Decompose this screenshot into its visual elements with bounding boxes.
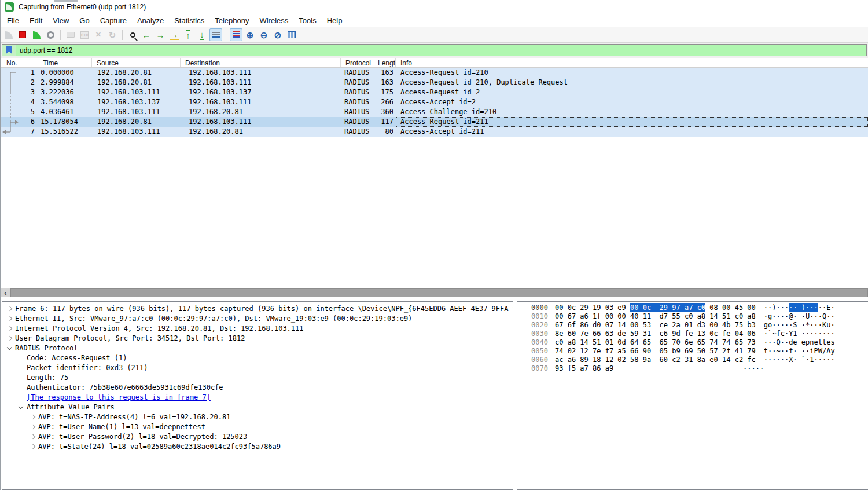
packet-list-header: No. Time Source Destination Protocol Len… (1, 58, 868, 68)
go-forward-icon[interactable]: → (154, 28, 167, 41)
column-header-destination[interactable]: Destination (181, 58, 341, 67)
hex-row[interactable]: 0040c0 a8 14 51 01 0d 64 65 65 70 6e 65 … (531, 338, 868, 347)
selected-ascii: ·· )··· (789, 303, 818, 312)
packet-details-pane: Frame 6: 117 bytes on wire (936 bits), 1… (2, 301, 513, 490)
scroll-left-button[interactable]: ‹ (1, 288, 10, 297)
wireshark-window: Capturing from Ethernet0 (udp port 1812)… (0, 0, 868, 490)
menu-tools[interactable]: Tools (293, 14, 321, 27)
menu-help[interactable]: Help (322, 14, 348, 27)
screen-edge-artifact (54, 0, 78, 2)
resize-columns-icon[interactable] (285, 28, 298, 41)
hex-row[interactable]: 0060ac a6 89 18 12 02 58 9a 60 c2 31 8a … (531, 356, 868, 364)
hscrollbar-thumb[interactable] (10, 288, 868, 297)
capture-options-icon[interactable] (44, 28, 57, 41)
menu-statistics[interactable]: Statistics (169, 14, 209, 27)
toolbar-separator (60, 30, 61, 40)
menu-go[interactable]: Go (74, 14, 94, 27)
packet-row[interactable]: 3 3.222036 192.168.103.111 192.168.103.1… (1, 87, 868, 97)
column-header-source[interactable]: Source (92, 58, 181, 67)
find-packet-icon[interactable] (126, 28, 139, 41)
column-header-protocol[interactable]: Protocol (341, 58, 373, 67)
column-header-length[interactable]: Length (373, 58, 396, 67)
detail-radius[interactable]: RADIUS Protocol (2, 343, 513, 353)
detail-avp-group[interactable]: Attribute Value Pairs (2, 402, 513, 412)
packet-row[interactable]: 2 2.999884 192.168.20.81 192.168.103.111… (1, 78, 868, 87)
packet-row[interactable]: 1 0.000000 192.168.20.81 192.168.103.111… (1, 68, 868, 78)
toolbar-separator (226, 30, 226, 40)
selected-bytes: 00 0c 29 97 a7 c0 (630, 303, 705, 312)
menu-wireless[interactable]: Wireless (254, 14, 293, 27)
menu-bar: File Edit View Go Capture Analyze Statis… (1, 14, 868, 27)
collapse-chevron-icon[interactable] (6, 345, 15, 352)
detail-radius-id[interactable]: Packet identifier: 0xd3 (211) (2, 363, 513, 372)
menu-capture[interactable]: Capture (95, 14, 132, 27)
toolbar-separator (122, 30, 123, 40)
menu-view[interactable]: View (47, 14, 74, 27)
packet-row[interactable]: 7 15.516522 192.168.103.111 192.168.20.8… (1, 127, 868, 137)
hex-row[interactable]: 00308e 60 7e 66 63 de 59 31 c6 9d fe 13 … (531, 330, 868, 338)
restart-capture-icon[interactable] (30, 28, 43, 41)
filter-bookmark-button[interactable] (2, 45, 16, 56)
stop-capture-icon[interactable] (16, 28, 29, 41)
display-filter-input[interactable] (16, 45, 866, 56)
hex-row[interactable]: 001000 67 a6 1f 00 00 40 11 d7 55 c0 a8 … (531, 312, 868, 321)
collapse-chevron-icon[interactable] (17, 404, 27, 411)
packet-list-hscrollbar: ‹ (1, 288, 868, 297)
detail-response-link[interactable]: [The response to this request is in fram… (2, 392, 513, 402)
packet-row[interactable]: 5 4.036461 192.168.103.111 192.168.20.81… (1, 107, 868, 117)
display-filter-bar (2, 44, 867, 56)
start-capture-icon[interactable] (2, 28, 15, 41)
title-bar: Capturing from Ethernet0 (udp port 1812) (1, 0, 868, 14)
hex-row[interactable]: 007093 f5 a7 86 a9····· (531, 364, 868, 373)
zoom-reset-icon[interactable]: ⊘ (271, 28, 284, 41)
go-last-icon[interactable]: ↓ (196, 28, 208, 41)
auto-scroll-icon[interactable] (209, 28, 222, 41)
main-toolbar: 010 × ↻ ← → → ↑ ↓ ⊕ ⊖ ⊘ (1, 27, 868, 43)
packet-row-selected[interactable]: 6 15.178054 192.168.20.81 192.168.103.11… (1, 117, 868, 127)
detail-radius-length[interactable]: Length: 75 (2, 372, 513, 382)
zoom-in-icon[interactable]: ⊕ (244, 28, 256, 41)
packet-bytes-pane: 000000 0c 29 19 03 e9 00 0c 29 97 a7 c0 … (517, 301, 868, 490)
menu-edit[interactable]: Edit (24, 14, 47, 27)
go-back-icon[interactable]: ← (140, 28, 153, 41)
go-to-packet-icon[interactable]: → (168, 28, 181, 41)
detail-avp-user-name[interactable]: AVP: t=User-Name(1) l=13 val=deepnettest (2, 422, 513, 432)
detail-avp-user-password[interactable]: AVP: t=User-Password(2) l=18 val=Decrypt… (2, 432, 513, 441)
detail-ip[interactable]: Internet Protocol Version 4, Src: 192.16… (2, 323, 513, 333)
detail-radius-code[interactable]: Code: Access-Request (1) (2, 353, 513, 363)
save-file-icon[interactable]: 010 (78, 28, 91, 41)
expand-chevron-icon[interactable] (6, 325, 15, 332)
detail-radius-authenticator[interactable]: Authenticator: 75b38e607e6663de5931c69df… (2, 382, 513, 392)
detail-ethernet[interactable]: Ethernet II, Src: VMware_97:a7:c0 (00:0c… (2, 313, 513, 323)
hex-row[interactable]: 002067 6f 86 d0 07 14 00 53 ce 2a 01 d3 … (531, 321, 868, 330)
detail-frame[interactable]: Frame 6: 117 bytes on wire (936 bits), 1… (2, 303, 513, 313)
expand-chevron-icon[interactable] (6, 305, 15, 312)
colorize-icon[interactable] (230, 28, 242, 41)
detail-avp-state[interactable]: AVP: t=State(24) l=18 val=02589a60c2318a… (2, 441, 513, 451)
expand-chevron-icon[interactable] (29, 433, 38, 440)
menu-analyze[interactable]: Analyze (132, 14, 169, 27)
expand-chevron-icon[interactable] (29, 443, 38, 450)
expand-chevron-icon[interactable] (29, 423, 38, 430)
go-first-icon[interactable]: ↑ (182, 28, 194, 41)
menu-telephony[interactable]: Telephony (209, 14, 254, 27)
detail-avp-nas-ip[interactable]: AVP: t=NAS-IP-Address(4) l=6 val=192.168… (2, 412, 513, 422)
menu-file[interactable]: File (2, 14, 24, 27)
detail-udp[interactable]: User Datagram Protocol, Src Port: 34512,… (2, 333, 513, 343)
hex-row[interactable]: 005074 02 12 7e f7 a5 66 90 05 b9 69 50 … (531, 347, 868, 356)
zoom-out-icon[interactable]: ⊖ (258, 28, 270, 41)
packet-list: 1 0.000000 192.168.20.81 192.168.103.111… (1, 68, 868, 288)
reload-file-icon[interactable]: ↻ (106, 28, 119, 41)
open-file-icon[interactable] (64, 28, 77, 41)
hex-row[interactable]: 000000 0c 29 19 03 e9 00 0c 29 97 a7 c0 … (531, 303, 868, 312)
expand-chevron-icon[interactable] (29, 414, 38, 420)
column-header-no[interactable]: No. (1, 58, 38, 67)
bookmark-icon (6, 46, 12, 54)
packet-row[interactable]: 4 3.544098 192.168.103.137 192.168.103.1… (1, 97, 868, 107)
column-header-info[interactable]: Info (396, 58, 868, 67)
filter-bar-area (1, 43, 868, 58)
close-capture-icon[interactable]: × (92, 28, 105, 41)
column-header-time[interactable]: Time (38, 58, 92, 67)
expand-chevron-icon[interactable] (6, 335, 15, 342)
expand-chevron-icon[interactable] (6, 315, 15, 322)
